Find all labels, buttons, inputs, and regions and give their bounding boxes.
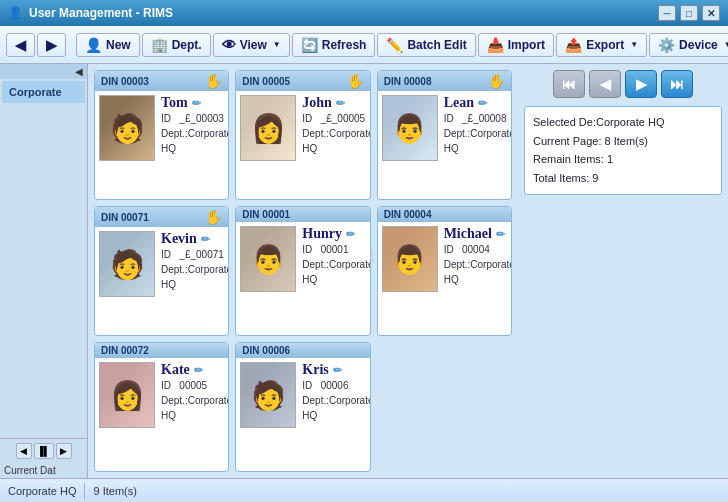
edit-icon-kate[interactable]: ✏ [194, 364, 203, 377]
title-bar: 👤 User Management - RIMS ─ □ ✕ [0, 0, 728, 26]
din-kevin: DIN 00071 [101, 212, 149, 223]
import-label: Import [508, 38, 545, 52]
photo-michael: 👨 [382, 226, 438, 292]
person-card-michael[interactable]: DIN 00004 👨 Michael ✏ ID 00004 Dept.:Cor… [377, 206, 512, 336]
card-body-kris: 🧑 Kris ✏ ID 00006 Dept.:Corporate HQ [240, 362, 365, 428]
detail-tom: ID _£_00003 Dept.:Corporate HQ [161, 111, 229, 156]
detail-hunry: ID 00001 Dept.:Corporate HQ [302, 242, 370, 287]
photo-lean: 👨 [382, 95, 438, 161]
device-button[interactable]: ⚙️ Device ▼ [649, 33, 728, 57]
name-hunry: Hunry ✏ [302, 226, 370, 242]
title-bar-left: 👤 User Management - RIMS [8, 6, 173, 20]
card-body-kevin: 🧑 Kevin ✏ ID _£_00071 Dept.:Corporate HQ [99, 231, 224, 297]
info-john: John ✏ ID _£_00005 Dept.:Corporate HQ [302, 95, 370, 156]
detail-kris: ID 00006 Dept.:Corporate HQ [302, 378, 370, 423]
main-area: ◀ Corporate ◀ ▐▌ ▶ Current Dat Authorize… [0, 64, 728, 478]
back-icon: ◀ [15, 37, 26, 53]
status-sep [84, 483, 85, 499]
din-kate: DIN 00072 [101, 345, 149, 356]
sidebar-header: ◀ [0, 64, 87, 79]
dept-label: Dept. [172, 38, 202, 52]
toolbar: ◀ ▶ 👤 New 🏢 Dept. 👁 View ▼ 🔄 Refresh ✏️ … [0, 26, 728, 64]
din-tom: DIN 00003 [101, 76, 149, 87]
window-title: User Management - RIMS [29, 6, 173, 20]
person-card-kris[interactable]: DIN 00006 🧑 Kris ✏ ID 00006 Dept.:Corpor… [235, 342, 370, 472]
view-button[interactable]: 👁 View ▼ [213, 33, 290, 57]
back-button[interactable]: ◀ [6, 33, 35, 57]
card-header-tom: DIN 00003 ✋ [95, 71, 228, 91]
card-body-michael: 👨 Michael ✏ ID 00004 Dept.:Corporate HQ [382, 226, 507, 292]
close-button[interactable]: ✕ [702, 5, 720, 21]
name-lean: Lean ✏ [444, 95, 512, 111]
card-header-john: DIN 00005 ✋ [236, 71, 369, 91]
edit-icon-hunry[interactable]: ✏ [346, 228, 355, 241]
last-page-button[interactable]: ⏭ [661, 70, 693, 98]
device-icon: ⚙️ [658, 37, 675, 53]
photo-kris: 🧑 [240, 362, 296, 428]
view-arrow: ▼ [273, 40, 281, 49]
edit-icon-michael[interactable]: ✏ [496, 228, 505, 241]
hand-icon-tom: ✋ [205, 73, 222, 89]
device-label: Device [679, 38, 718, 52]
title-bar-controls: ─ □ ✕ [658, 5, 720, 21]
export-label: Export [586, 38, 624, 52]
dept-button[interactable]: 🏢 Dept. [142, 33, 211, 57]
photo-tom: 🧑 [99, 95, 155, 161]
name-kate: Kate ✏ [161, 362, 229, 378]
sidebar-item-corporate[interactable]: Corporate [2, 81, 85, 103]
photo-kate: 👩 [99, 362, 155, 428]
detail-michael: ID 00004 Dept.:Corporate HQ [444, 242, 512, 287]
maximize-button[interactable]: □ [680, 5, 698, 21]
edit-icon-lean[interactable]: ✏ [478, 97, 487, 110]
minimize-button[interactable]: ─ [658, 5, 676, 21]
view-icon: 👁 [222, 37, 236, 53]
card-header-kate: DIN 00072 [95, 343, 228, 358]
import-button[interactable]: 📥 Import [478, 33, 554, 57]
din-john: DIN 00005 [242, 76, 290, 87]
sidebar-collapse-button[interactable]: ◀ [75, 66, 83, 77]
person-card-tom[interactable]: DIN 00003 ✋ 🧑 Tom ✏ ID _£_00003 Dept.:Co… [94, 70, 229, 200]
new-button[interactable]: 👤 New [76, 33, 140, 57]
edit-icon-kevin[interactable]: ✏ [201, 233, 210, 246]
next-page-button[interactable]: ▶ [625, 70, 657, 98]
card-body-tom: 🧑 Tom ✏ ID _£_00003 Dept.:Corporate HQ [99, 95, 224, 161]
info-hunry: Hunry ✏ ID 00001 Dept.:Corporate HQ [302, 226, 370, 287]
edit-icon-john[interactable]: ✏ [336, 97, 345, 110]
sidebar: ◀ Corporate ◀ ▐▌ ▶ Current Dat [0, 64, 88, 478]
refresh-label: Refresh [322, 38, 367, 52]
person-card-kate[interactable]: DIN 00072 👩 Kate ✏ ID 00005 Dept.:Corpor… [94, 342, 229, 472]
prev-page-button[interactable]: ◀ [589, 70, 621, 98]
person-card-hunry[interactable]: DIN 00001 👨 Hunry ✏ ID 00001 Dept.:Corpo… [235, 206, 370, 336]
person-card-lean[interactable]: DIN 00008 ✋ 👨 Lean ✏ ID _£_00008 Dept.:C… [377, 70, 512, 200]
edit-icon-tom[interactable]: ✏ [192, 97, 201, 110]
card-body-hunry: 👨 Hunry ✏ ID 00001 Dept.:Corporate HQ [240, 226, 365, 292]
dept-icon: 🏢 [151, 37, 168, 53]
forward-icon: ▶ [46, 37, 57, 53]
status-info: Selected De:Corporate HQ Current Page: 8… [524, 106, 722, 195]
export-arrow: ▼ [630, 40, 638, 49]
remain-items: Remain Items: 1 [533, 150, 713, 169]
export-button[interactable]: 📤 Export ▼ [556, 33, 647, 57]
info-lean: Lean ✏ ID _£_00008 Dept.:Corporate HQ [444, 95, 512, 156]
refresh-button[interactable]: 🔄 Refresh [292, 33, 376, 57]
batch-edit-button[interactable]: ✏️ Batch Edit [377, 33, 475, 57]
sidebar-bottom-label: Current Dat [0, 463, 87, 478]
person-card-kevin[interactable]: DIN 00071 ✋ 🧑 Kevin ✏ ID _£_00071 Dept.:… [94, 206, 229, 336]
card-header-kris: DIN 00006 [236, 343, 369, 358]
first-page-button[interactable]: ⏮ [553, 70, 585, 98]
photo-hunry: 👨 [240, 226, 296, 292]
edit-icon-kris[interactable]: ✏ [333, 364, 342, 377]
detail-kevin: ID _£_00071 Dept.:Corporate HQ [161, 247, 229, 292]
card-header-kevin: DIN 00071 ✋ [95, 207, 228, 227]
sidebar-scrollbar: ◀ ▐▌ ▶ [0, 438, 87, 463]
device-arrow: ▼ [724, 40, 728, 49]
sidebar-scroll-right[interactable]: ▶ [56, 443, 72, 459]
current-page: Current Page: 8 Item(s) [533, 132, 713, 151]
forward-button[interactable]: ▶ [37, 33, 66, 57]
sidebar-scroll-left[interactable]: ◀ [16, 443, 32, 459]
nav-buttons: ⏮ ◀ ▶ ⏭ [524, 70, 722, 98]
photo-john: 👩 [240, 95, 296, 161]
hand-icon-john: ✋ [347, 73, 364, 89]
person-card-john[interactable]: DIN 00005 ✋ 👩 John ✏ ID _£_00005 Dept.:C… [235, 70, 370, 200]
new-label: New [106, 38, 131, 52]
